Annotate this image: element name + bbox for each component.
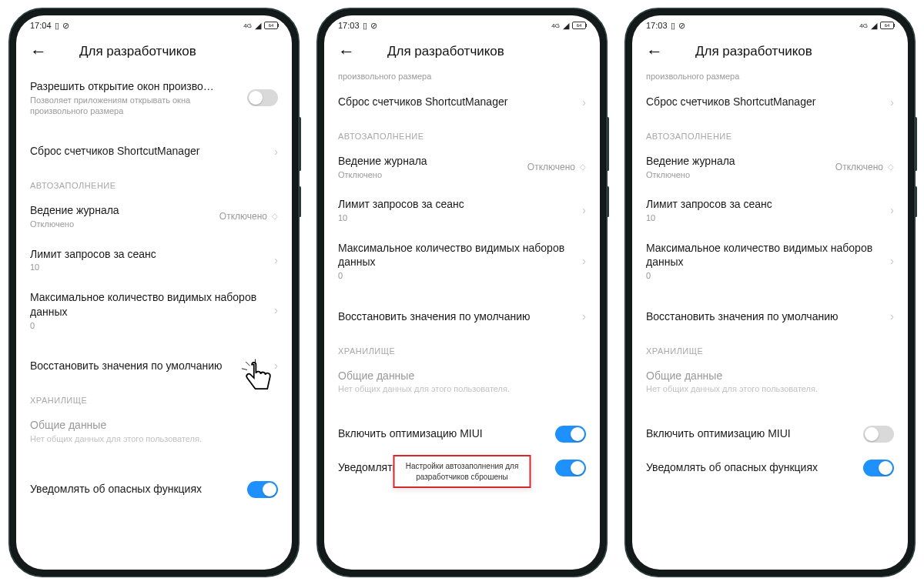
back-button[interactable]: ← [646,43,663,60]
allow-freeform-windows-row[interactable]: Разрешить открытие окон произво… Позволя… [16,71,292,125]
chevron-right-icon: › [890,255,894,267]
request-limit-row[interactable]: Лимит запросов за сеанс 10 › [16,239,292,282]
vibrate-icon: ▯ [671,21,675,31]
toggle-freeform[interactable] [247,89,278,106]
chevron-right-icon: › [274,304,278,316]
logging-row[interactable]: Ведение журнала Отключено Отключено ◇ [16,195,292,238]
updown-icon: ◇ [888,165,894,169]
vibrate-icon: ▯ [55,21,59,31]
logging-row[interactable]: Ведение журнала Отключено Отключено ◇ [632,145,908,189]
net-icon: 4G [551,22,560,29]
net-icon: 4G [243,22,252,29]
section-autofill: АВТОЗАПОЛНЕНИЕ [324,118,600,145]
section-autofill: АВТОЗАПОЛНЕНИЕ [632,118,908,145]
updown-icon: ◇ [272,214,278,219]
clock: 17:03 [646,21,668,30]
logging-row[interactable]: Ведение журнала Отключено Отключено ◇ [324,145,600,189]
section-autofill: АВТОЗАПОЛНЕНИЕ [16,167,292,195]
alarm-icon: ⊘ [678,21,685,31]
alarm-icon: ⊘ [370,21,377,31]
phone-2: 17:03 ▯ ⊘ 4G ◢ 64 ← Для разработчиков пр… [316,8,608,577]
shared-data-row: Общие данные Нет общих данных для этого … [632,360,908,403]
phone-3: 17:03 ▯ ⊘ 4G ◢ 64 ← Для разработчиков пр… [624,8,916,577]
toggle-warn[interactable] [863,460,894,476]
miui-optimization-row[interactable]: Включить оптимизацию MIUI [632,417,908,451]
page-title: Для разработчиков [695,44,812,59]
toggle-warn[interactable] [247,481,278,498]
signal-icon: ◢ [563,21,569,31]
back-button[interactable]: ← [338,43,355,60]
chevron-right-icon: › [582,255,586,267]
chevron-right-icon: › [582,96,586,109]
shared-data-row: Общие данные Нет общих данных для этого … [16,410,292,453]
toggle-warn[interactable] [555,460,586,476]
chevron-right-icon: › [890,96,894,109]
battery-icon: 64 [572,22,586,29]
signal-icon: ◢ [871,21,877,31]
truncated-sub: произвольного размера [632,71,908,86]
updown-icon: ◇ [580,165,586,169]
page-title: Для разработчиков [79,44,196,59]
chevron-right-icon: › [890,204,894,216]
row-label: Разрешить открытие окон произво… [30,79,247,94]
alarm-icon: ⊘ [62,21,69,31]
max-datasets-row[interactable]: Максимальное количество видимых наборов … [632,232,908,290]
status-bar: 17:03 ▯ ⊘ 4G ◢ 64 [632,15,908,35]
chevron-right-icon: › [274,254,278,266]
reset-shortcut-manager-row[interactable]: Сброс счетчиков ShortcutManager › [16,135,292,167]
phone-1: 17:04 ▯ ⊘ 4G ◢ 64 ← Для разработчиков Ра… [8,8,300,577]
miui-optimization-row[interactable]: Включить оптимизацию MIUI [324,417,600,451]
section-storage: ХРАНИЛИЩЕ [16,382,292,410]
net-icon: 4G [859,22,868,29]
clock: 17:04 [30,21,52,30]
chevron-right-icon: › [582,204,586,216]
restore-defaults-row[interactable]: Восстановить значения по умолчанию › [16,350,292,382]
request-limit-row[interactable]: Лимит запросов за сеанс 10 › [632,189,908,232]
warn-dangerous-row[interactable]: Уведомлять об опасных функциях [632,451,908,485]
chevron-right-icon: › [274,359,278,372]
toggle-miui[interactable] [555,426,586,443]
clock: 17:03 [338,21,360,30]
restore-defaults-row[interactable]: Восстановить значения по умолчанию › [632,301,908,333]
battery-icon: 64 [880,22,894,29]
reset-shortcut-manager-row[interactable]: Сброс счетчиков ShortcutManager › [632,86,908,118]
page-title: Для разработчиков [387,44,504,59]
toast-message: Настройки автозаполнения для разработчик… [393,455,531,488]
chevron-right-icon: › [274,145,278,158]
warn-dangerous-row[interactable]: Уведомлять об опасных функциях [16,473,292,506]
max-datasets-row[interactable]: Максимальное количество видимых наборов … [16,282,292,339]
section-storage: ХРАНИЛИЩЕ [324,333,600,360]
max-datasets-row[interactable]: Максимальное количество видимых наборов … [324,232,600,290]
chevron-right-icon: › [890,310,894,323]
signal-icon: ◢ [255,21,261,31]
status-bar: 17:04 ▯ ⊘ 4G ◢ 64 [16,15,292,35]
restore-defaults-row[interactable]: Восстановить значения по умолчанию › [324,301,600,333]
battery-icon: 64 [264,22,278,29]
back-button[interactable]: ← [30,43,47,60]
shared-data-row: Общие данные Нет общих данных для этого … [324,360,600,403]
truncated-sub: произвольного размера [324,71,600,86]
section-storage: ХРАНИЛИЩЕ [632,333,908,360]
vibrate-icon: ▯ [363,21,367,31]
toggle-miui[interactable] [863,426,894,443]
status-bar: 17:03 ▯ ⊘ 4G ◢ 64 [324,15,600,35]
row-sub: Позволяет приложениям открывать окна про… [30,95,247,117]
request-limit-row[interactable]: Лимит запросов за сеанс 10 › [324,189,600,232]
reset-shortcut-manager-row[interactable]: Сброс счетчиков ShortcutManager › [324,86,600,118]
chevron-right-icon: › [582,310,586,323]
